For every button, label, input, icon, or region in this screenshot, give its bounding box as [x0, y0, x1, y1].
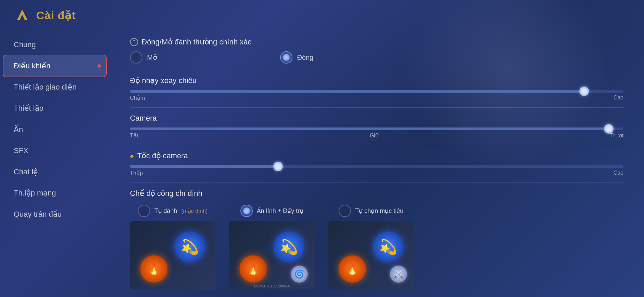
camera-slider-fill	[130, 127, 609, 130]
divider-4	[130, 183, 623, 183]
content-area: ? Đóng/Mở đánh thường chính xác Mở Đóng …	[109, 31, 644, 297]
white-icon-2: 🌀	[291, 266, 308, 283]
radio-option-dong[interactable]: Đóng	[280, 51, 314, 64]
blue-icon-1: 💫	[174, 231, 205, 262]
an-linh-header: Ăn lính + Đẩy trụ	[240, 205, 304, 217]
blue-icon-3: 💫	[373, 231, 404, 262]
tu-chon-radio[interactable]	[339, 205, 351, 217]
camera-slider-wrapper: Tắt Giữ Trượt	[130, 127, 623, 139]
slider-thumb[interactable]	[579, 86, 589, 96]
camera-label: Camera	[130, 114, 623, 123]
mode-an-linh[interactable]: Ăn lính + Đẩy trụ 🔥 💫 🌀	[229, 205, 315, 289]
dong-mo-setting: ? Đóng/Mở đánh thường chính xác Mở Đóng	[130, 38, 623, 64]
sidebar-item-an[interactable]: Ẩn	[0, 119, 109, 140]
tu-danh-radio[interactable]	[138, 205, 150, 217]
white-icon-3: ⚔️	[390, 266, 407, 283]
diamond-icon: ◆	[130, 153, 134, 159]
header: Cài đặt	[0, 0, 644, 31]
do-nhay-slider-wrapper: Chậm Cao	[130, 90, 623, 101]
mode-options: Tự đánh (mặc định) 🔥 💫	[130, 205, 623, 289]
radio-option-mo[interactable]: Mở	[130, 51, 157, 64]
toc-do-slider[interactable]	[130, 165, 623, 168]
divider-1	[130, 70, 623, 70]
do-nhay-label: Độ nhạy xoay chiêu	[130, 76, 623, 85]
tu-chon-header: Tự chọn mục tiêu	[339, 205, 403, 217]
toc-do-labels: Thấp Cao	[130, 170, 623, 176]
fire-icon-3: 🔥	[339, 255, 366, 283]
do-nhay-slider[interactable]	[130, 90, 623, 93]
slider-fill	[130, 90, 584, 93]
fire-icon-1: 🔥	[140, 255, 168, 283]
divider-3	[130, 145, 623, 145]
che-do-setting: Chế độ công chỉ định Tự đánh (mặc định) …	[130, 189, 623, 289]
sidebar-item-quay-tran-dau[interactable]: Quay trân đấu	[0, 204, 109, 225]
sidebar-item-thiet-lap-giao-dien[interactable]: Thiết lập giao diện	[0, 77, 109, 98]
dong-mo-label: ? Đóng/Mở đánh thường chính xác	[130, 38, 623, 46]
camera-setting: Camera Tắt Giữ Trượt	[130, 114, 623, 139]
sidebar-item-chat-le[interactable]: Chat lệ	[0, 161, 109, 183]
blue-icon-2: 💫	[274, 231, 304, 262]
tu-chon-image: 🔥 💫 ⚔️	[328, 221, 414, 289]
mode-tu-danh[interactable]: Tự đánh (mặc định) 🔥 💫	[130, 205, 215, 289]
uid-text: UID:507961605200854	[254, 284, 289, 288]
sidebar-item-chung[interactable]: Chung	[0, 34, 109, 55]
toc-do-setting: ◆ Tốc độ camera Thấp Cao	[130, 151, 623, 176]
toc-do-thumb[interactable]	[273, 162, 283, 171]
toc-do-fill	[130, 165, 278, 168]
che-do-label: Chế độ công chỉ định	[130, 189, 623, 198]
camera-slider-labels: Tắt Giữ Trượt	[130, 132, 623, 139]
sidebar-item-dieu-khien[interactable]: Điều khiển	[3, 55, 106, 77]
an-linh-radio[interactable]	[240, 205, 253, 217]
sidebar-item-sfx[interactable]: SFX	[0, 140, 109, 161]
toc-do-label: ◆ Tốc độ camera	[130, 151, 623, 160]
sidebar-item-th-lap-mang[interactable]: Th.lập mạng	[0, 183, 109, 204]
radio-mo-circle[interactable]	[130, 51, 142, 64]
logo-icon	[14, 7, 31, 24]
divider-2	[130, 107, 623, 108]
an-linh-image: 🔥 💫 🌀 UID:507961605200854	[229, 221, 315, 289]
tu-danh-header: Tự đánh (mặc định)	[138, 205, 208, 217]
fire-icon-2: 🔥	[239, 255, 267, 283]
dong-mo-radio-row: Mở Đóng	[130, 51, 623, 64]
do-nhay-setting: Độ nhạy xoay chiêu Chậm Cao	[130, 76, 623, 101]
sidebar-item-thiet-lap[interactable]: Thiết lập	[0, 98, 109, 119]
toc-do-slider-wrapper: Thấp Cao	[130, 165, 623, 176]
page-title: Cài đặt	[36, 9, 76, 22]
tu-danh-image: 🔥 💫	[130, 221, 215, 289]
camera-slider[interactable]	[130, 127, 623, 130]
main-layout: Chung Điều khiển Thiết lập giao diện Thi…	[0, 31, 644, 297]
mode-tu-chon[interactable]: Tự chọn mục tiêu 🔥 💫 ⚔️	[328, 205, 414, 289]
radio-dong-circle[interactable]	[280, 51, 292, 64]
do-nhay-slider-labels: Chậm Cao	[130, 95, 623, 101]
sidebar: Chung Điều khiển Thiết lập giao diện Thi…	[0, 31, 109, 297]
help-icon[interactable]: ?	[130, 38, 138, 46]
